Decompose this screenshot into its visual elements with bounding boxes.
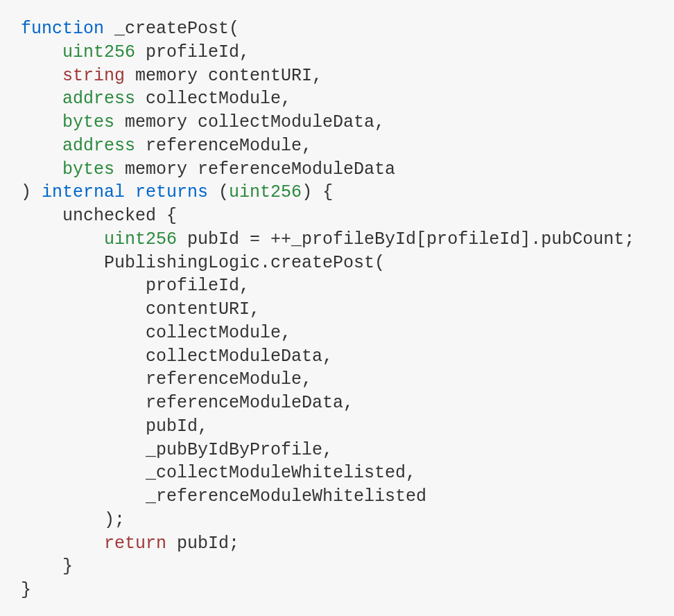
code-token: { — [156, 206, 177, 226]
code-token: _createPost( — [104, 19, 239, 39]
code-token: bytes — [62, 112, 114, 132]
code-token: pubId = ++_profileById[profileId].pubCou… — [177, 229, 634, 249]
code-line: referenceModule, — [21, 368, 653, 391]
code-line: contentURI, — [21, 298, 653, 322]
code-token: PublishingLogic.createPost( — [104, 253, 385, 273]
code-line: unchecked { — [21, 204, 653, 228]
code-token: _pubByIdByProfile, — [146, 440, 333, 460]
code-line: _pubByIdByProfile, — [21, 439, 653, 462]
code-line: function _createPost( — [21, 17, 653, 41]
code-token: address — [62, 89, 135, 109]
code-line: profileId, — [21, 274, 653, 298]
code-token: memory collectModuleData, — [114, 112, 385, 132]
code-line: referenceModuleData, — [21, 391, 653, 415]
code-token: ( — [208, 182, 229, 202]
code-token: memory contentURI, — [125, 66, 322, 86]
code-line: string memory contentURI, — [21, 64, 653, 88]
code-block: function _createPost( uint256 profileId,… — [21, 17, 653, 602]
code-line: collectModuleData, — [21, 345, 653, 369]
code-line: bytes memory referenceModuleData — [21, 158, 653, 182]
code-token: _referenceModuleWhitelisted — [146, 486, 426, 507]
code-token: return — [104, 534, 166, 554]
code-line: uint256 profileId, — [21, 41, 653, 64]
code-token: string — [62, 66, 125, 86]
code-line: } — [21, 555, 653, 579]
code-token: internal — [42, 182, 125, 202]
code-line: ) internal returns (uint256) { — [21, 181, 653, 204]
code-token: uint256 — [62, 42, 135, 62]
code-token: referenceModule, — [146, 369, 312, 389]
code-token — [125, 182, 135, 202]
code-token: collectModuleData, — [146, 346, 333, 367]
code-token: ); — [104, 510, 125, 530]
code-token: } — [21, 580, 31, 600]
code-line: address referenceModule, — [21, 134, 653, 158]
code-line: ); — [21, 509, 653, 532]
code-token: uint256 — [104, 229, 177, 249]
code-token: pubId, — [146, 416, 208, 437]
code-line: address collectModule, — [21, 87, 653, 111]
code-line: _referenceModuleWhitelisted — [21, 485, 653, 509]
code-line: PublishingLogic.createPost( — [21, 252, 653, 275]
code-line: _collectModuleWhitelisted, — [21, 461, 653, 485]
code-token: ) { — [302, 182, 333, 202]
code-line: collectModule, — [21, 322, 653, 345]
code-token: uint256 — [229, 182, 302, 202]
code-token: bytes — [62, 159, 114, 179]
code-token: profileId, — [135, 42, 250, 62]
code-token: memory referenceModuleData — [114, 159, 395, 179]
code-token: collectModule, — [135, 89, 291, 109]
code-token: profileId, — [146, 276, 250, 296]
code-line: return pubId; — [21, 532, 653, 556]
code-token: pubId; — [166, 534, 239, 554]
code-token: collectModule, — [146, 323, 291, 343]
code-line: bytes memory collectModuleData, — [21, 111, 653, 134]
code-token: } — [62, 556, 73, 577]
code-line: pubId, — [21, 415, 653, 439]
code-line: uint256 pubId = ++_profileById[profileId… — [21, 228, 653, 252]
code-token: _collectModuleWhitelisted, — [146, 463, 416, 483]
code-token: contentURI, — [146, 299, 260, 319]
code-line: } — [21, 579, 653, 602]
code-token: unchecked — [62, 206, 156, 226]
code-token: ) — [21, 182, 42, 202]
code-token: address — [62, 136, 135, 156]
code-token: returns — [135, 182, 208, 202]
code-token: referenceModuleData, — [146, 393, 354, 413]
code-token: function — [21, 19, 104, 39]
code-token: referenceModule, — [135, 136, 312, 156]
